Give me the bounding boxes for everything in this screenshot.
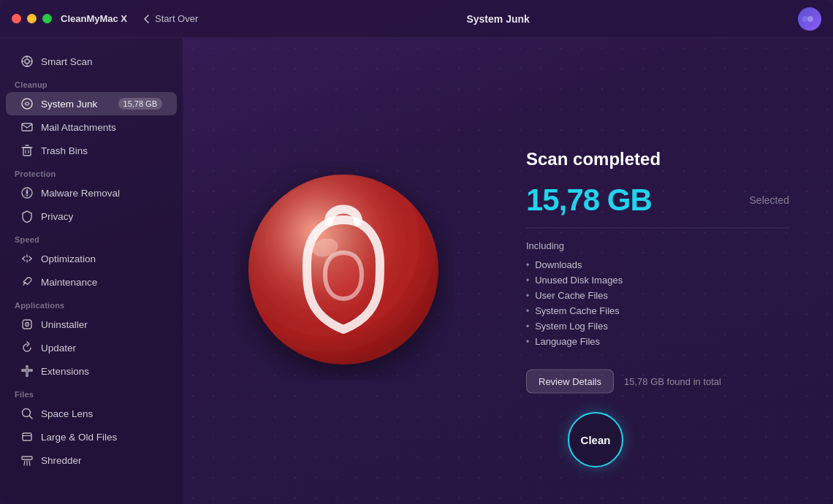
sidebar-item-shredder[interactable]: Shredder (6, 448, 177, 472)
sidebar-item-label: Uninstaller (41, 319, 88, 330)
sidebar-section-cleanup: Cleanup (0, 73, 183, 92)
main-layout: Smart Scan Cleanup System Junk 15,78 GB (0, 38, 833, 504)
sidebar-item-uninstaller[interactable]: Uninstaller (6, 313, 177, 336)
sidebar-item-label: Extensions (41, 366, 89, 377)
info-panel: Scan completed 15,78 GB Selected Includi… (526, 149, 789, 394)
including-list: Downloads Unused Disk Images User Cache … (526, 257, 789, 349)
scan-completed-title: Scan completed (526, 149, 789, 169)
bottom-bar: Review Details 15,78 GB found in total (526, 370, 789, 394)
app-logo-svg (234, 161, 453, 381)
sidebar-item-label: Trash Bins (41, 145, 88, 156)
svg-line-26 (30, 416, 33, 419)
sidebar-section-speed: Speed (0, 228, 183, 247)
shredder-icon (20, 454, 34, 467)
updater-icon (20, 341, 34, 354)
titlebar: CleanMyMac X Start Over System Junk (0, 0, 833, 38)
sidebar-section-files: Files (0, 383, 183, 402)
maximize-button[interactable] (42, 14, 52, 23)
extensions-icon (20, 364, 34, 378)
sidebar-item-privacy[interactable]: Privacy (6, 205, 177, 228)
sidebar-item-large-old-files[interactable]: Large & Old Files (6, 425, 177, 448)
sidebar-item-label: Privacy (41, 211, 73, 222)
sidebar-section-applications: Applications (0, 294, 183, 313)
list-item: System Cache Files (526, 303, 789, 318)
window-title: System Junk (198, 13, 798, 25)
selected-label: Selected (750, 194, 789, 206)
sidebar-item-mail-attachments[interactable]: Mail Attachments (6, 115, 177, 139)
sidebar-item-label: System Junk (41, 99, 97, 110)
sidebar-item-maintenance[interactable]: Maintenance (6, 270, 177, 294)
sidebar-item-label: Shredder (41, 455, 82, 466)
sidebar-section-protection: Protection (0, 162, 183, 181)
maintenance-icon (20, 275, 34, 289)
window-controls (12, 14, 52, 23)
sidebar-item-label: Smart Scan (41, 56, 93, 67)
app-title: CleanMyMac X (61, 13, 127, 24)
svg-rect-29 (22, 457, 32, 459)
svg-point-3 (25, 59, 29, 64)
system-junk-icon (20, 97, 34, 110)
sidebar-item-system-junk[interactable]: System Junk 15,78 GB (6, 92, 177, 115)
list-item: Language Files (526, 334, 789, 349)
list-item: System Log Files (526, 318, 789, 334)
mail-icon (20, 121, 34, 134)
trash-icon (20, 144, 34, 157)
svg-rect-10 (23, 148, 31, 156)
sidebar-item-space-lens[interactable]: Space Lens (6, 402, 177, 425)
minimize-button[interactable] (27, 14, 37, 23)
logo-section (219, 147, 468, 395)
clean-button[interactable]: Clean (568, 412, 623, 467)
svg-line-16 (23, 259, 25, 261)
svg-rect-9 (22, 123, 32, 131)
close-button[interactable] (12, 14, 21, 23)
sidebar-item-label: Optimization (41, 253, 96, 264)
sidebar-item-extensions[interactable]: Extensions (6, 359, 177, 383)
system-junk-badge: 15,78 GB (118, 98, 162, 110)
svg-rect-27 (23, 433, 31, 440)
smart-scan-icon (20, 55, 34, 68)
malware-icon (20, 186, 34, 199)
space-lens-icon (20, 407, 34, 420)
svg-point-1 (807, 16, 813, 22)
list-item: Unused Disk Images (526, 272, 789, 288)
size-value: 15,78 GB (526, 183, 652, 218)
sidebar-item-label: Updater (41, 343, 76, 354)
svg-point-8 (22, 99, 32, 109)
review-details-button[interactable]: Review Details (526, 370, 614, 394)
found-total-text: 15,78 GB found in total (624, 376, 721, 387)
large-files-icon (20, 430, 34, 443)
privacy-icon (20, 210, 34, 223)
sidebar-item-label: Maintenance (41, 277, 97, 288)
svg-point-0 (802, 16, 808, 22)
list-item: User Cache Files (526, 288, 789, 303)
menu-icon (802, 14, 818, 24)
svg-line-21 (23, 283, 26, 286)
sidebar-item-smart-scan[interactable]: Smart Scan (6, 50, 177, 73)
chevron-left-icon (142, 14, 152, 24)
sidebar-item-label: Malware Removal (41, 188, 120, 199)
svg-line-30 (24, 461, 25, 465)
size-row: 15,78 GB Selected (526, 183, 789, 229)
svg-point-24 (26, 324, 28, 325)
svg-point-25 (23, 409, 31, 417)
sidebar: Smart Scan Cleanup System Junk 15,78 GB (0, 38, 183, 504)
sidebar-item-label: Large & Old Files (41, 432, 117, 443)
clean-button-container: Clean (568, 412, 623, 467)
content-area: Scan completed 15,78 GB Selected Includi… (183, 38, 833, 504)
back-button[interactable]: Start Over (142, 13, 198, 24)
sidebar-item-trash-bins[interactable]: Trash Bins (6, 139, 177, 162)
svg-line-32 (29, 461, 30, 465)
including-label: Including (526, 240, 789, 251)
list-item: Downloads (526, 257, 789, 272)
svg-line-20 (29, 259, 31, 261)
optimization-icon (20, 252, 34, 265)
sidebar-item-label: Mail Attachments (41, 122, 116, 133)
sidebar-item-malware-removal[interactable]: Malware Removal (6, 181, 177, 205)
sidebar-item-label: Space Lens (41, 408, 93, 419)
app-window: CleanMyMac X Start Over System Junk (0, 0, 833, 504)
sidebar-item-updater[interactable]: Updater (6, 336, 177, 359)
sidebar-item-optimization[interactable]: Optimization (6, 247, 177, 270)
uninstaller-icon (20, 318, 34, 331)
avatar-button[interactable] (798, 7, 821, 31)
